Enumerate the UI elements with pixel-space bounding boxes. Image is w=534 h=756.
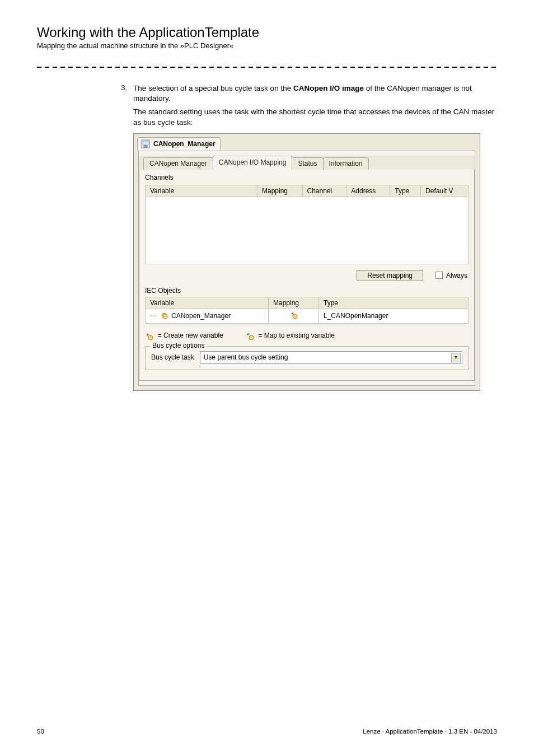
channels-header-type[interactable]: Type <box>390 185 421 197</box>
legend-create-new: ✶ = Create new variable <box>145 332 223 340</box>
legend-map-existing-label: = Map to existing variable <box>258 332 334 339</box>
tab-information[interactable]: Information <box>323 157 369 170</box>
variable-link-icon <box>160 311 168 321</box>
map-existing-variable-icon <box>246 332 255 341</box>
device-icon <box>141 139 150 148</box>
bus-cycle-task-combo-value: Use parent bus cycle setting <box>204 353 288 361</box>
legend-map-existing: = Map to existing variable <box>246 332 335 340</box>
bus-cycle-task-label: Bus cycle task <box>151 353 194 361</box>
doc-id: Lenze · ApplicationTemplate · 1.3 EN - 0… <box>363 728 497 735</box>
channels-header-variable[interactable]: Variable <box>146 185 257 197</box>
channels-header-address[interactable]: Address <box>346 185 390 197</box>
bus-cycle-task-combo[interactable]: Use parent bus cycle setting ▼ <box>200 351 462 364</box>
tree-branch-icon: ⋯ <box>150 312 157 320</box>
bus-cycle-options-fieldset: Bus cycle options Bus cycle task Use par… <box>145 346 469 370</box>
iec-objects-table: Variable Mapping Type ⋯ <box>145 297 469 324</box>
tab-canopen-manager[interactable]: CANopen Manager <box>143 157 213 170</box>
bus-cycle-options-legend: Bus cycle options <box>150 342 207 349</box>
divider <box>37 67 497 68</box>
canopen-manager-window: CANopen_Manager CANopen Manager CANopen … <box>133 133 480 391</box>
chevron-down-icon: ▼ <box>451 353 461 362</box>
channels-header-channel[interactable]: Channel <box>302 185 346 197</box>
window-tab-label: CANopen_Manager <box>153 140 216 148</box>
tab-status[interactable]: Status <box>292 157 323 170</box>
iec-header-mapping[interactable]: Mapping <box>269 297 319 309</box>
iec-row-type: L_CANOpenManager <box>319 309 469 323</box>
svg-text:✶: ✶ <box>146 332 150 338</box>
iec-header-type[interactable]: Type <box>319 297 469 309</box>
step-followup: The standard setting uses the task with … <box>133 107 497 127</box>
channels-table-body[interactable] <box>145 197 469 264</box>
svg-point-4 <box>163 314 167 319</box>
svg-text:✶: ✶ <box>291 311 295 316</box>
always-checkbox[interactable] <box>435 272 443 279</box>
create-new-variable-icon: ✶ <box>145 332 154 341</box>
page-subtitle: Mapping the actual machine structure in … <box>37 41 497 50</box>
step-text-bold: CANopen I/O image <box>293 84 364 92</box>
step-number: 3. <box>121 83 133 104</box>
reset-mapping-button[interactable]: Reset mapping <box>357 270 423 281</box>
iec-row-variable: CANopen_Manager <box>171 312 231 320</box>
channels-header-default[interactable]: Default V <box>421 185 469 197</box>
channels-header-mapping[interactable]: Mapping <box>257 185 303 197</box>
svg-rect-2 <box>144 146 147 147</box>
iec-objects-title: IEC Objects <box>139 284 474 297</box>
svg-rect-1 <box>143 141 148 145</box>
svg-point-9 <box>249 335 254 340</box>
step-text: The selection of a special bus cycle tas… <box>133 83 497 104</box>
window-tab[interactable]: CANopen_Manager <box>137 137 221 151</box>
table-row[interactable]: ⋯ CANopen_Manager ✶ <box>146 309 469 323</box>
channels-label: Channels <box>139 172 474 185</box>
page-number: 50 <box>37 728 44 735</box>
always-checkbox-label: Always <box>446 272 467 279</box>
iec-header-variable[interactable]: Variable <box>146 297 269 309</box>
step-text-before: The selection of a special bus cycle tas… <box>133 84 293 92</box>
channels-table: Variable Mapping Channel Address Type De… <box>145 185 469 197</box>
mapping-create-icon: ✶ <box>289 314 298 321</box>
page-title: Working with the ApplicationTemplate <box>37 25 497 40</box>
legend-create-new-label: = Create new variable <box>158 332 223 339</box>
tab-canopen-io-mapping[interactable]: CANopen I/O Mapping <box>213 156 293 169</box>
